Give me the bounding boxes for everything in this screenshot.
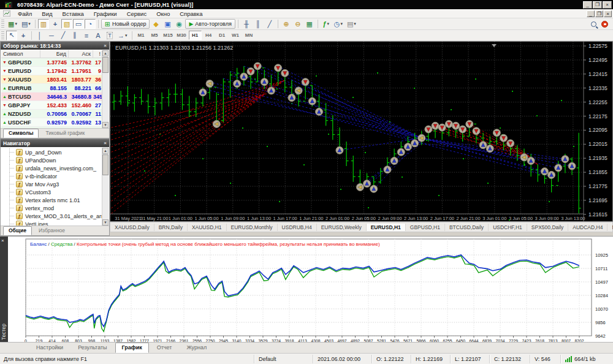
- menu-5[interactable]: Окно: [151, 10, 175, 18]
- mw-col-3[interactable]: !: [93, 50, 102, 58]
- timeframe-m1[interactable]: M1: [135, 31, 148, 40]
- chart-tab-btcusd-daily[interactable]: BTCUSD,Daily: [445, 224, 489, 231]
- mw-tab-0[interactable]: Символы: [3, 129, 39, 138]
- chart-tab-eurusd-h1[interactable]: EURUSD,H1: [367, 224, 406, 231]
- menu-3[interactable]: Графики: [89, 10, 122, 18]
- new-chart-button[interactable]: ▦▾: [6, 19, 19, 29]
- navigator-item[interactable]: ƒurdala_news_investing.com_: [1, 164, 102, 172]
- chart-tab-eurusd-monthly[interactable]: EURUSD,Monthly: [227, 224, 278, 231]
- timeframe-mn[interactable]: MN: [243, 31, 256, 40]
- timeframe-h4[interactable]: H4: [202, 31, 215, 40]
- navigator-item[interactable]: ƒVar Mov Avg3: [1, 180, 102, 188]
- menu-6[interactable]: Справка: [175, 10, 207, 18]
- terminal-pc-button[interactable]: ▣: [162, 19, 173, 29]
- navigator-item[interactable]: ƒUPandDown: [1, 156, 102, 164]
- zoom-in-button[interactable]: ⊕: [281, 19, 292, 29]
- child-close-button[interactable]: ×: [604, 10, 612, 17]
- trendline-tool-button[interactable]: ╱: [58, 31, 69, 40]
- timeframe-m15[interactable]: M15: [162, 31, 175, 40]
- vertical-line-tool-button[interactable]: │: [34, 31, 45, 40]
- menu-2[interactable]: Вставка: [58, 10, 89, 18]
- status-profile[interactable]: Default: [254, 355, 313, 363]
- market-watch-row[interactable]: ▼GBPUSD1.377451.3776217: [1, 58, 102, 67]
- candle-chart-mode-button[interactable]: ║: [253, 19, 264, 29]
- horizontal-line-tool-button[interactable]: ─: [46, 31, 57, 40]
- chart-tab-brn-daily[interactable]: BRN,Daily: [154, 224, 188, 231]
- navigator-close-icon[interactable]: ×: [104, 140, 107, 146]
- scroll-down-icon[interactable]: ▼: [102, 122, 109, 128]
- navigator-item[interactable]: ƒVertex alerts nmc 1.01: [1, 196, 102, 204]
- market-watch-row[interactable]: ▲USDCHF0.925790.9259213: [1, 118, 102, 127]
- chart-tab-xauusd-h1[interactable]: XAUUSD,H1: [188, 224, 227, 231]
- search-icon[interactable]: [591, 21, 596, 27]
- navigator-item[interactable]: ƒvertex_mod: [1, 204, 102, 212]
- navigator-toggle-button[interactable]: ▧: [61, 19, 72, 29]
- menu-0[interactable]: Файл: [13, 10, 37, 18]
- market-watch-column-headers[interactable]: СимволБидАск!: [1, 50, 102, 58]
- data-window-button[interactable]: +: [50, 19, 61, 29]
- market-watch-close-icon[interactable]: ×: [104, 43, 107, 48]
- timeframe-m5[interactable]: M5: [148, 31, 161, 40]
- chart-tab-gbpusd-h1[interactable]: GBPUSD,H1: [406, 224, 445, 231]
- chart-tab-spx500-daily[interactable]: SPX500,Daily: [527, 224, 568, 231]
- tester-close-icon[interactable]: ×: [1, 238, 4, 243]
- tile-windows-button[interactable]: ▦: [304, 19, 315, 29]
- mw-col-1[interactable]: Бид: [40, 50, 69, 58]
- scrollbar-thumb[interactable]: [102, 154, 109, 175]
- restore-button[interactable]: ❐: [593, 1, 602, 9]
- crosshair-tool-button[interactable]: +: [18, 31, 29, 40]
- timeframe-d1[interactable]: D1: [216, 31, 229, 40]
- new-order-button[interactable]: ⊞Новый ордер: [101, 19, 150, 29]
- market-watch-row[interactable]: ▼XAUUSD1803.411803.7736: [1, 75, 102, 84]
- navigator-item[interactable]: ƒVertex_MOD_3.01_alerts_e_arro: [1, 212, 102, 220]
- scroll-up-icon[interactable]: ▲: [102, 50, 109, 56]
- market-watch-scrollbar[interactable]: ▲ ▼: [102, 50, 109, 128]
- chart-tab-eurusd-weekly[interactable]: EURUSD,Weekly: [317, 224, 367, 231]
- periods-button[interactable]: ◷▾: [332, 19, 345, 29]
- chart-tab-nzdcad[interactable]: NZDCAD: [607, 224, 613, 231]
- timeframe-w1[interactable]: W1: [229, 31, 242, 40]
- timeframe-m30[interactable]: M30: [175, 31, 188, 40]
- profiles-button[interactable]: ▤▾: [20, 19, 32, 29]
- templates-button[interactable]: ▤▾: [345, 19, 358, 29]
- metaeditor-button[interactable]: ◆: [150, 19, 161, 29]
- child-minimize-button[interactable]: _: [587, 10, 595, 17]
- news-button[interactable]: ◉: [173, 19, 185, 29]
- terminal-toggle-button[interactable]: ▭: [73, 19, 84, 29]
- mw-tab-1[interactable]: Тиковый график: [40, 129, 90, 138]
- scrollbar-thumb[interactable]: [102, 57, 109, 73]
- mw-col-2[interactable]: Аск: [69, 50, 93, 58]
- nav-tab-0[interactable]: Общие: [3, 226, 32, 235]
- autotrading-button[interactable]: ▶Авто-торговля: [185, 19, 235, 29]
- minimize-button[interactable]: _: [583, 1, 592, 9]
- tester-tab-1[interactable]: Результаты: [71, 343, 113, 353]
- navigator-header[interactable]: Навигатор ×: [1, 139, 109, 147]
- navigator-item[interactable]: ƒUp_and_Down: [1, 148, 102, 156]
- arrows-tool-button[interactable]: →▾: [116, 31, 129, 40]
- menu-4[interactable]: Сервис: [122, 10, 152, 18]
- strategy-tester-toggle-button[interactable]: ◔: [85, 19, 96, 29]
- toolbar-grip[interactable]: [1, 20, 4, 28]
- tester-balance-graph[interactable]: 1092510711104971028410070985696420219414…: [8, 237, 612, 343]
- chart-tab-xauusd-daily[interactable]: XAUUSD,Daily: [110, 224, 154, 231]
- chart-tab-usdchf-h1[interactable]: USDCHF,H1: [489, 224, 527, 231]
- market-watch-header[interactable]: Обзор рынка: 18:14:33 ×: [1, 42, 109, 50]
- timeframe-h1[interactable]: H1: [189, 31, 202, 40]
- tester-tab-4[interactable]: Журнал: [180, 343, 213, 353]
- market-watch-row[interactable]: ▼EURUSD1.179421.179519: [1, 67, 102, 75]
- label-tool-button[interactable]: T: [104, 31, 115, 40]
- tester-tab-3[interactable]: Отчет: [150, 343, 179, 353]
- market-watch-row[interactable]: ▲NZDUSD0.700560.7006711: [1, 110, 102, 118]
- child-restore-button[interactable]: ❐: [595, 10, 603, 17]
- close-button[interactable]: ×: [603, 1, 612, 9]
- market-watch-row[interactable]: ▲EURRUB88.15588.22166: [1, 84, 102, 93]
- chart-tab-audcad-h4[interactable]: AUDCAD,H4: [568, 224, 607, 231]
- nav-tab-1[interactable]: Избранное: [33, 226, 70, 235]
- mw-col-0[interactable]: Символ: [1, 50, 40, 58]
- price-chart[interactable]: 1.225751.224951.224151.223351.222551.221…: [110, 42, 612, 221]
- indicators-button[interactable]: ƒ▾: [321, 19, 332, 29]
- line-chart-mode-button[interactable]: ╱: [264, 19, 275, 29]
- notifications-icon[interactable]: [601, 21, 608, 28]
- zoom-out-button[interactable]: ⊖: [292, 19, 303, 29]
- navigator-item[interactable]: ƒv-tb-indicator: [1, 172, 102, 180]
